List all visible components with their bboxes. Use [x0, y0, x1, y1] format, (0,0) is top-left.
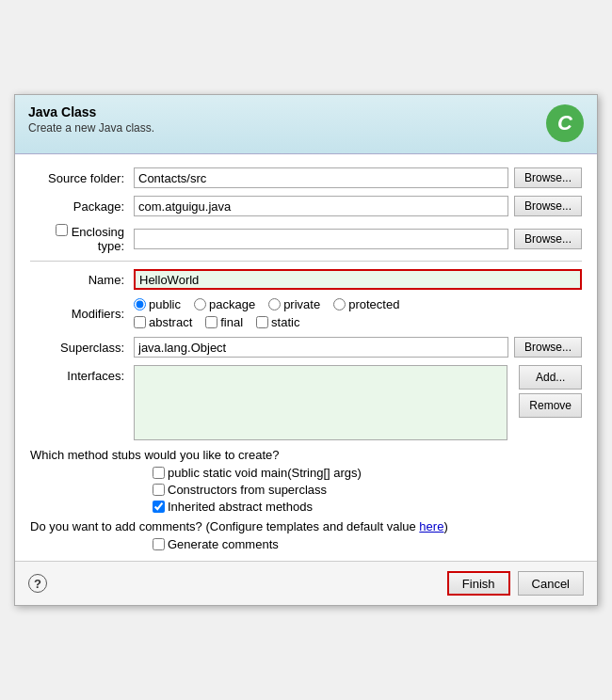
enclosing-type-checkbox[interactable] — [56, 224, 68, 236]
stub-inherited-checkbox[interactable] — [153, 501, 165, 513]
modifier-final-label: final — [220, 315, 243, 329]
dialog-body: Source folder: Browse... Package: Browse… — [15, 154, 597, 561]
comments-link[interactable]: here — [419, 519, 443, 533]
dialog-footer: ? Finish Cancel — [15, 561, 597, 605]
enclosing-type-label: Enclosing type: — [30, 224, 134, 253]
stub-inherited-label: Inherited abstract methods — [168, 500, 313, 514]
comments-section: Do you want to add comments? (Configure … — [30, 519, 582, 551]
stub-constructors-checkbox[interactable] — [153, 484, 165, 496]
modifier-checkbox-group: abstract final static — [134, 315, 399, 329]
dialog-title: Java Class — [28, 104, 154, 119]
stub-inherited-item: Inherited abstract methods — [153, 500, 582, 514]
enclosing-type-input[interactable] — [134, 229, 508, 249]
modifier-package-item: package — [194, 297, 255, 311]
modifier-private-radio[interactable] — [268, 298, 281, 310]
modifier-private-item: private — [268, 297, 320, 311]
superclass-field: Browse... — [134, 337, 582, 358]
header-text: Java Class Create a new Java class. — [28, 104, 154, 135]
package-input[interactable] — [134, 196, 508, 216]
modifier-protected-label: protected — [348, 297, 399, 311]
modifier-private-label: private — [283, 297, 320, 311]
comments-question: Do you want to add comments? (Configure … — [30, 519, 419, 533]
modifier-static-label: static — [271, 315, 299, 329]
modifiers-row: Modifiers: public package — [30, 297, 582, 329]
stub-main-label: public static void main(String[] args) — [168, 466, 362, 480]
modifiers-field: public package private protected — [134, 297, 582, 329]
modifier-static-item: static — [256, 315, 299, 329]
enclosing-type-row: Enclosing type: Browse... — [30, 224, 582, 253]
interfaces-row: Interfaces: Add... Remove — [30, 365, 582, 440]
source-folder-row: Source folder: Browse... — [30, 167, 582, 188]
interfaces-label: Interfaces: — [30, 365, 134, 383]
modifier-radio-group: public package private protected — [134, 297, 399, 311]
modifier-final-checkbox[interactable] — [205, 316, 217, 328]
modifier-protected-item: protected — [333, 297, 399, 311]
modifiers-section: public package private protected — [134, 297, 399, 329]
stub-constructors-item: Constructors from superclass — [153, 483, 582, 497]
comments-checkbox-list: Generate comments — [30, 537, 582, 551]
source-folder-label: Source folder: — [30, 171, 134, 185]
modifier-public-label: public — [149, 297, 181, 311]
modifier-package-label: package — [209, 297, 255, 311]
separator-1 — [30, 261, 582, 262]
source-folder-browse-button[interactable]: Browse... — [514, 167, 582, 188]
comments-close: ) — [443, 519, 447, 533]
generate-comments-label: Generate comments — [168, 537, 279, 551]
name-label: Name: — [30, 273, 134, 287]
interfaces-box — [134, 365, 507, 440]
help-icon-char: ? — [34, 577, 41, 591]
stub-main-checkbox[interactable] — [153, 467, 165, 479]
interfaces-remove-button[interactable]: Remove — [519, 393, 582, 418]
modifier-abstract-label: abstract — [149, 315, 192, 329]
enclosing-type-browse-button[interactable]: Browse... — [514, 229, 582, 249]
java-class-dialog: Java Class Create a new Java class. C So… — [14, 94, 598, 606]
finish-button[interactable]: Finish — [447, 571, 510, 596]
interfaces-add-button[interactable]: Add... — [519, 365, 582, 390]
generate-comments-checkbox[interactable] — [153, 538, 165, 550]
modifier-public-item: public — [134, 297, 181, 311]
generate-comments-item: Generate comments — [153, 537, 582, 551]
modifier-abstract-checkbox[interactable] — [134, 316, 146, 328]
dialog-subtitle: Create a new Java class. — [28, 121, 154, 135]
modifier-package-radio[interactable] — [194, 298, 206, 310]
modifier-abstract-item: abstract — [134, 315, 192, 329]
modifier-final-item: final — [205, 315, 243, 329]
modifiers-label: Modifiers: — [30, 307, 134, 321]
modifier-protected-radio[interactable] — [333, 298, 346, 310]
name-row: Name: — [30, 269, 582, 290]
modifier-static-checkbox[interactable] — [256, 316, 268, 328]
stubs-checkbox-list: public static void main(String[] args) C… — [30, 466, 582, 514]
method-stubs-section: Which method stubs would you like to cre… — [30, 448, 582, 514]
stubs-question: Which method stubs would you like to cre… — [30, 448, 582, 462]
dialog-header: Java Class Create a new Java class. C — [15, 95, 597, 154]
superclass-browse-button[interactable]: Browse... — [514, 337, 582, 358]
package-browse-button[interactable]: Browse... — [514, 196, 582, 216]
package-field: Browse... — [134, 196, 582, 216]
source-folder-field: Browse... — [134, 167, 582, 188]
interfaces-buttons: Add... Remove — [519, 365, 582, 418]
eclipse-logo: C — [546, 104, 584, 142]
source-folder-input[interactable] — [134, 167, 508, 188]
superclass-label: Superclass: — [30, 341, 134, 355]
stub-main-item: public static void main(String[] args) — [153, 466, 582, 480]
superclass-input[interactable] — [134, 337, 508, 358]
modifier-public-radio[interactable] — [134, 298, 146, 310]
package-row: Package: Browse... — [30, 196, 582, 216]
name-field — [134, 269, 582, 290]
interfaces-field: Add... Remove — [134, 365, 582, 440]
footer-buttons: Finish Cancel — [447, 571, 584, 596]
cancel-button[interactable]: Cancel — [518, 571, 584, 596]
enclosing-type-field: Browse... — [134, 229, 582, 249]
package-label: Package: — [30, 199, 134, 214]
logo-char: C — [557, 111, 572, 135]
superclass-row: Superclass: Browse... — [30, 337, 582, 358]
comments-text: Do you want to add comments? (Configure … — [30, 519, 582, 533]
name-input[interactable] — [134, 269, 582, 290]
stub-constructors-label: Constructors from superclass — [168, 483, 327, 497]
help-button[interactable]: ? — [28, 574, 47, 593]
